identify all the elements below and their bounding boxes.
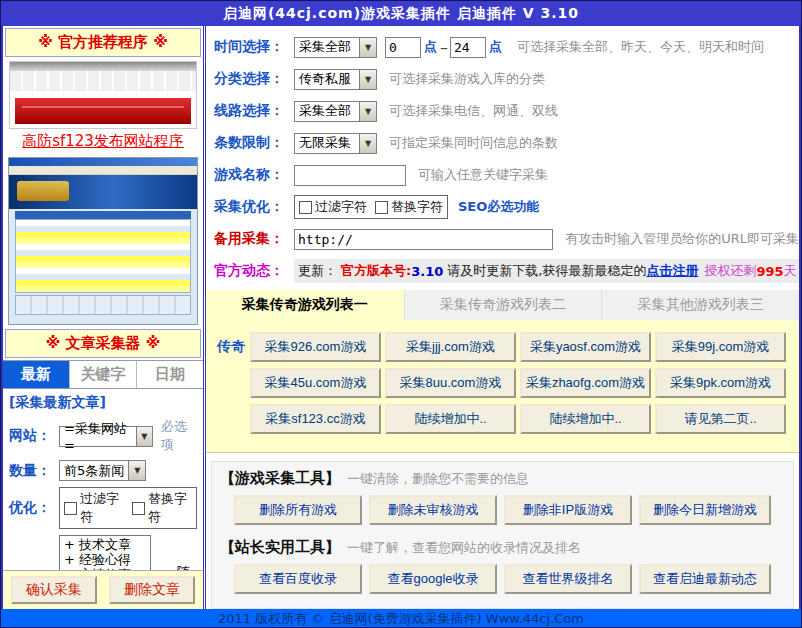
delete-today-games-button[interactable]: 删除今日新增游戏 bbox=[639, 495, 771, 525]
official-news: 更新： 官方版本号: 3.10 请及时更新下载,获得最新最稳定的 点击注册 授权… bbox=[294, 259, 799, 283]
promo-link[interactable]: 高防sf123发布网站程序 bbox=[3, 132, 203, 151]
count-label: 数量： bbox=[9, 462, 59, 480]
footer-bar: 2011 版权所有 © 启迪网(免费游戏采集插件) Www.44cj.Com bbox=[1, 609, 801, 628]
backup-desc: 有攻击时输入管理员给你的URL即可采集 bbox=[565, 230, 799, 248]
backup-label: 备用采集： bbox=[214, 230, 294, 248]
tab-game-list-3[interactable]: 采集其他游戏列表三 bbox=[601, 290, 799, 320]
chevron-down-icon: ▼ bbox=[136, 427, 152, 446]
time-desc: 可选择采集全部、昨天、今天、明天和时间 bbox=[517, 38, 764, 56]
line-label: 线路选择： bbox=[214, 102, 294, 120]
chevron-down-icon: ▼ bbox=[359, 38, 376, 57]
sidebar: ※ 官方推荐程序 ※ 高防sf123发布网站程序 ※ 文章采集器 ※ bbox=[3, 26, 206, 609]
sidebar-actions: 确认采集 删除文章 bbox=[3, 570, 203, 609]
tab-date[interactable]: 日期 bbox=[137, 361, 203, 388]
backup-url-input[interactable] bbox=[294, 229, 553, 250]
replace-chars-option: 替换字符 bbox=[375, 198, 443, 216]
tab-latest[interactable]: 最新 bbox=[3, 361, 70, 388]
news-row: 官方动态： 更新： 官方版本号: 3.10 请及时更新下载,获得最新最稳定的 点… bbox=[214, 258, 799, 284]
game-button-row: 采集45u.com游戏 采集8uu.com游戏 采集zhaofg.com游戏 采… bbox=[212, 368, 793, 398]
category-listbox[interactable]: + 技术文章 + 经验心得 + 心情故事 + 经典脚本 bbox=[59, 535, 151, 570]
tools-panel: 【游戏采集工具】 一键清除，删除您不需要的信息 删除所有游戏 删除未审核游戏 删… bbox=[211, 461, 794, 609]
promo-site-screenshot[interactable] bbox=[9, 61, 197, 129]
register-link[interactable]: 点击注册 bbox=[646, 262, 698, 280]
game-tools-title: 【游戏采集工具】 bbox=[220, 469, 340, 487]
confirm-collect-button[interactable]: 确认采集 bbox=[11, 576, 97, 604]
site-select[interactable]: =采集网站= ▼ bbox=[59, 426, 153, 447]
time-row: 时间选择： 采集全部 ▼ 点 – 点 可选择采集全部、昨天、今天、明天和时间 bbox=[214, 34, 799, 60]
optimize-group: 过滤字符 替换字符 bbox=[59, 487, 197, 529]
replace-chars-checkbox[interactable] bbox=[132, 502, 145, 515]
collect-game-button[interactable]: 采集sf123.cc游戏 bbox=[250, 404, 381, 434]
site-banner bbox=[9, 175, 197, 209]
category-item[interactable]: + 经验心得 bbox=[64, 552, 146, 567]
game-category-select[interactable]: 传奇私服 ▼ bbox=[294, 69, 377, 90]
filter-chars-checkbox[interactable] bbox=[64, 502, 77, 515]
collect-game-button[interactable]: 采集zhaofg.com游戏 bbox=[520, 368, 651, 398]
category-select-label: 分类选择： bbox=[214, 70, 294, 88]
tab-game-list-2[interactable]: 采集传奇游戏列表二 bbox=[404, 290, 602, 320]
check-world-rank-button[interactable]: 查看世界级排名 bbox=[504, 564, 632, 594]
time-select[interactable]: 采集全部 ▼ bbox=[294, 37, 377, 58]
title-bar: 启迪网(44cj.com)游戏采集插件 启迪插件 V 3.10 bbox=[1, 1, 801, 26]
tab-keyword[interactable]: 关键字 bbox=[70, 361, 137, 388]
optimize-label: 优化： bbox=[9, 499, 59, 517]
article-collect-form: [采集最新文章] 网站： =采集网站= ▼ 必选项 数量： 前5条新闻 ▼ bbox=[3, 389, 203, 570]
legend-label: 传奇 bbox=[212, 338, 250, 356]
check-baidu-index-button[interactable]: 查看百度收录 bbox=[234, 564, 362, 594]
site-link-grid bbox=[15, 295, 191, 315]
collect-game-button[interactable]: 采集8uu.com游戏 bbox=[385, 368, 516, 398]
collect-game-button[interactable]: 陆续增加中.. bbox=[385, 404, 516, 434]
delete-all-games-button[interactable]: 删除所有游戏 bbox=[234, 495, 362, 525]
check-google-index-button[interactable]: 查看google收录 bbox=[369, 564, 497, 594]
tab-game-list-1[interactable]: 采集传奇游戏列表一 bbox=[206, 290, 404, 320]
delete-article-button[interactable]: 删除文章 bbox=[109, 576, 195, 604]
site-label: 网站： bbox=[9, 427, 59, 445]
game-name-label: 游戏名称： bbox=[214, 166, 294, 184]
backup-row: 备用采集： 有攻击时输入管理员给你的URL即可采集 bbox=[214, 226, 799, 252]
line-select[interactable]: 采集全部 ▼ bbox=[294, 101, 377, 122]
article-collector-screenshot[interactable] bbox=[8, 157, 198, 325]
content-area: ※ 官方推荐程序 ※ 高防sf123发布网站程序 ※ 文章采集器 ※ bbox=[1, 26, 801, 609]
game-collect-panel: 传奇 采集926.com游戏 采集jjj.com游戏 采集yaosf.com游戏… bbox=[206, 320, 799, 453]
replace-chars-option: 替换字符 bbox=[132, 490, 192, 526]
game-tools-heading: 【游戏采集工具】 一键清除，删除您不需要的信息 bbox=[220, 468, 785, 488]
collect-game-button[interactable]: 采集9pk.com游戏 bbox=[655, 368, 786, 398]
replace-chars-checkbox[interactable] bbox=[375, 201, 388, 214]
collect-settings-form: 时间选择： 采集全部 ▼ 点 – 点 可选择采集全部、昨天、今天、明天和时间 分… bbox=[206, 26, 799, 284]
collect-game-button[interactable]: 采集jjj.com游戏 bbox=[385, 332, 516, 362]
optimize-options-group: 过滤字符 替换字符 bbox=[294, 195, 448, 219]
webmaster-tools-heading: 【站长实用工具】 一键了解，查看您网站的收录情况及排名 bbox=[220, 537, 785, 557]
delete-unreviewed-games-button[interactable]: 删除未审核游戏 bbox=[369, 495, 497, 525]
site-table-header bbox=[15, 211, 191, 219]
limit-label: 条数限制： bbox=[214, 134, 294, 152]
browser-titlebar bbox=[9, 158, 197, 166]
collect-game-button[interactable]: 采集45u.com游戏 bbox=[250, 368, 381, 398]
collect-game-button[interactable]: 采集yaosf.com游戏 bbox=[520, 332, 651, 362]
screenshot-red-banner bbox=[15, 98, 191, 124]
filter-chars-option: 过滤字符 bbox=[299, 198, 367, 216]
random-option: 随机 bbox=[161, 563, 197, 570]
game-tools-desc: 一键清除，删除您不需要的信息 bbox=[347, 471, 529, 486]
collect-game-button[interactable]: 陆续增加中.. bbox=[520, 404, 651, 434]
hour-from-input[interactable] bbox=[385, 37, 421, 58]
game-button-row: 传奇 采集926.com游戏 采集jjj.com游戏 采集yaosf.com游戏… bbox=[212, 332, 793, 362]
limit-select[interactable]: 无限采集 ▼ bbox=[294, 133, 377, 154]
promo-header: ※ 官方推荐程序 ※ bbox=[5, 28, 201, 57]
webmaster-tools-desc: 一键了解，查看您网站的收录情况及排名 bbox=[347, 540, 581, 555]
category-item[interactable]: + 技术文章 bbox=[64, 537, 146, 552]
check-qidi-news-button[interactable]: 查看启迪最新动态 bbox=[639, 564, 771, 594]
game-name-input[interactable] bbox=[294, 165, 406, 186]
game-button-row: 采集sf123.cc游戏 陆续增加中.. 陆续增加中.. 请见第二页.. bbox=[212, 404, 793, 434]
count-select[interactable]: 前5条新闻 ▼ bbox=[59, 460, 146, 481]
hour-to-input[interactable] bbox=[450, 37, 486, 58]
browser-menubar bbox=[9, 166, 197, 175]
webmaster-tools-title: 【站长实用工具】 bbox=[220, 538, 340, 556]
game-tools-buttons: 删除所有游戏 删除未审核游戏 删除非IP版游戏 删除今日新增游戏 bbox=[234, 495, 771, 525]
collect-game-button[interactable]: 采集926.com游戏 bbox=[250, 332, 381, 362]
filter-chars-option: 过滤字符 bbox=[64, 490, 124, 526]
filter-chars-checkbox[interactable] bbox=[299, 201, 312, 214]
category-desc: 可选择采集游戏入库的分类 bbox=[389, 70, 545, 88]
delete-non-ip-games-button[interactable]: 删除非IP版游戏 bbox=[504, 495, 632, 525]
collect-game-button[interactable]: 请见第二页.. bbox=[655, 404, 786, 434]
collect-game-button[interactable]: 采集99j.com游戏 bbox=[655, 332, 786, 362]
